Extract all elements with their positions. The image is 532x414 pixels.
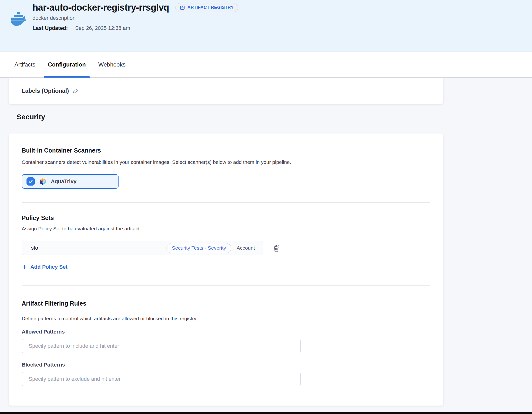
- labels-card: Labels (Optional): [9, 77, 443, 104]
- policy-set-query[interactable]: sto: [31, 245, 166, 251]
- tab-bar: Artifacts Configuration Webhooks: [0, 52, 532, 77]
- registry-box-icon: [180, 5, 185, 10]
- policy-set-input[interactable]: sto Security Tests - Severity Account: [22, 241, 263, 255]
- labels-optional-title: Labels (Optional): [22, 87, 69, 94]
- section-divider: [22, 285, 430, 286]
- scanner-name: AquaTrivy: [51, 178, 76, 185]
- blocked-patterns-input[interactable]: [22, 372, 301, 386]
- security-section-heading: Security: [17, 113, 45, 121]
- allowed-patterns-input[interactable]: [22, 339, 301, 353]
- badge-label: ARTIFACT REGISTRY: [188, 5, 234, 10]
- policy-set-row: sto Security Tests - Severity Account: [22, 241, 430, 255]
- add-policy-set-label: Add Policy Set: [30, 264, 67, 270]
- tab-webhooks-label: Webhooks: [98, 61, 125, 68]
- scanners-title: Built-in Container Scanners: [22, 147, 430, 154]
- docker-icon: [11, 10, 28, 27]
- registry-description: docker description: [33, 15, 238, 21]
- window-bottom-edge: [0, 412, 532, 414]
- registry-header: har-auto-docker-registry-rrsglvq ARTIFAC…: [0, 0, 532, 52]
- scanner-aquatrivy-tile[interactable]: AquaTrivy: [22, 174, 119, 189]
- last-updated-label: Last Updated:: [33, 25, 68, 31]
- artifact-registry-badge: ARTIFACT REGISTRY: [175, 3, 238, 12]
- filtering-rules-title: Artifact Filtering Rules: [22, 300, 430, 307]
- tab-configuration[interactable]: Configuration: [48, 52, 86, 77]
- tab-artifacts-label: Artifacts: [14, 61, 35, 68]
- aquatrivy-checkbox[interactable]: [27, 177, 35, 185]
- aquatrivy-logo-icon: [39, 178, 47, 185]
- section-divider: [22, 202, 430, 203]
- active-tab-indicator: [44, 76, 90, 77]
- edit-labels-pencil-icon[interactable]: [73, 88, 79, 94]
- add-policy-set-button[interactable]: Add Policy Set: [22, 264, 67, 270]
- security-card: Built-in Container Scanners Container sc…: [9, 134, 443, 405]
- policy-sets-title: Policy Sets: [22, 214, 430, 221]
- policy-set-scope: Account: [237, 245, 255, 251]
- allowed-patterns-label: Allowed Patterns: [22, 329, 430, 335]
- blocked-patterns-label: Blocked Patterns: [22, 362, 430, 368]
- plus-icon: [22, 264, 28, 270]
- delete-policy-set-trash-icon[interactable]: [272, 244, 281, 252]
- filtering-rules-description: Define patterns to control which artifac…: [22, 316, 430, 321]
- policy-set-chip[interactable]: Security Tests - Severity: [166, 243, 231, 253]
- tab-artifacts[interactable]: Artifacts: [14, 52, 36, 77]
- tab-configuration-label: Configuration: [48, 61, 86, 68]
- last-updated-value: Sep 26, 2025 12:38 am: [75, 25, 130, 31]
- tab-webhooks[interactable]: Webhooks: [98, 52, 126, 77]
- page-title: har-auto-docker-registry-rrsglvq: [33, 2, 169, 13]
- scanners-description: Container scanners detect vulnerabilitie…: [22, 159, 430, 165]
- policy-sets-description: Assign Policy Set to be evaluated agains…: [22, 226, 430, 231]
